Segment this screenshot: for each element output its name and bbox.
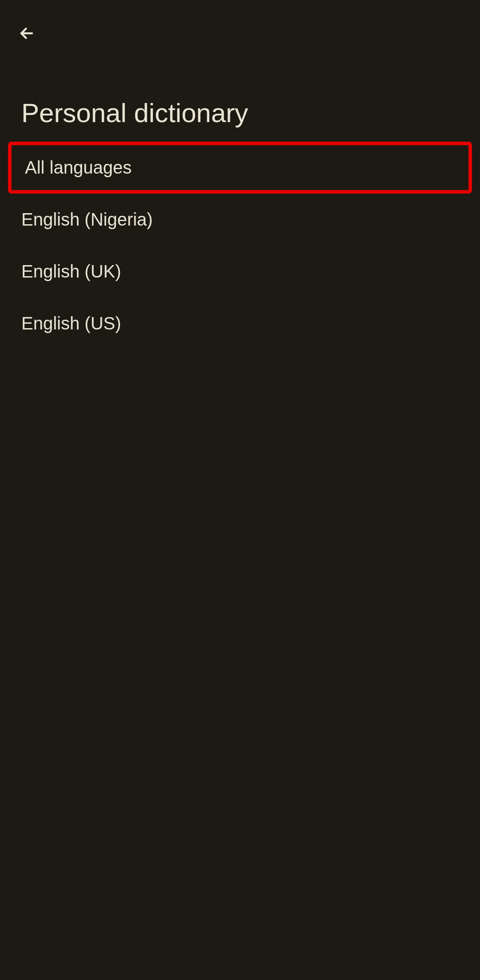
list-item-english-uk[interactable]: English (UK) [0, 246, 480, 298]
list-item-label: English (UK) [21, 262, 121, 281]
list-item-all-languages[interactable]: All languages [0, 142, 480, 194]
list-item-label: All languages [25, 158, 132, 177]
highlight-annotation: All languages [8, 142, 472, 194]
back-button[interactable] [16, 23, 37, 44]
language-list: All languages English (Nigeria) English … [0, 142, 480, 349]
list-item-english-us[interactable]: English (US) [0, 298, 480, 349]
list-item-english-nigeria[interactable]: English (Nigeria) [0, 194, 480, 246]
header-bar [0, 0, 480, 49]
page-title: Personal dictionary [0, 49, 480, 142]
arrow-left-icon [19, 25, 35, 41]
list-item-label: English (US) [21, 313, 121, 333]
list-item-label: English (Nigeria) [21, 210, 153, 229]
